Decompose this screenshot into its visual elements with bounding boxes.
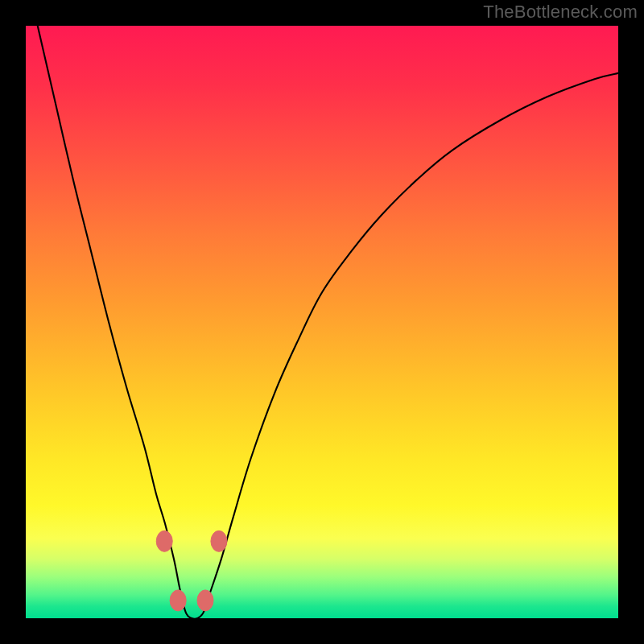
marker-right-upper — [211, 530, 227, 551]
watermark-text: TheBottleneck.com — [483, 2, 638, 23]
marker-right-lower — [197, 590, 213, 611]
curve-markers — [156, 530, 227, 611]
marker-left-lower — [170, 590, 186, 611]
chart-frame: TheBottleneck.com — [0, 0, 644, 644]
plot-area — [26, 26, 618, 618]
curve-path — [38, 26, 618, 618]
marker-left-upper — [156, 530, 172, 551]
bottleneck-curve — [26, 26, 618, 618]
